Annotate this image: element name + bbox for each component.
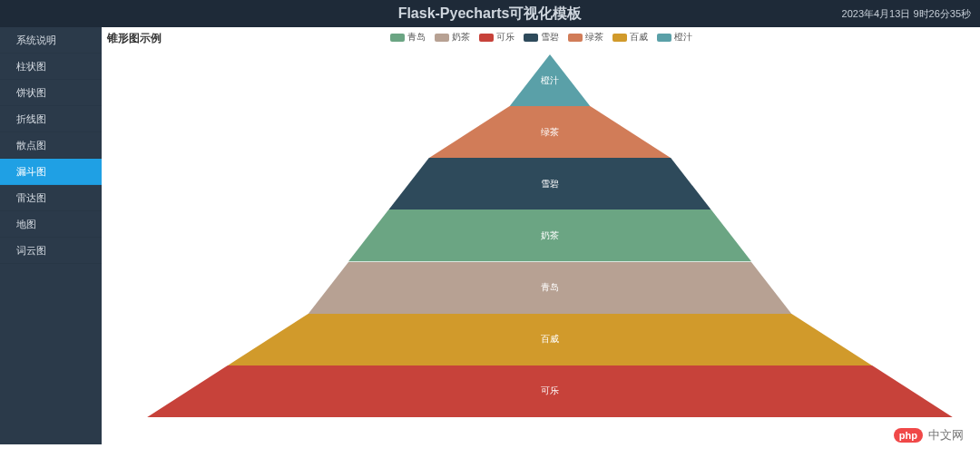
- legend-label: 绿茶: [585, 31, 603, 44]
- svg-marker-2: [388, 158, 710, 210]
- chart-legend: 青岛奶茶可乐雪碧绿茶百威橙汁: [102, 31, 980, 44]
- watermark: php 中文网: [888, 425, 969, 445]
- chart-area: 锥形图示例 青岛奶茶可乐雪碧绿茶百威橙汁 橙汁绿茶雪碧奶茶青岛百威可乐: [102, 27, 980, 444]
- legend-item-2[interactable]: 可乐: [479, 31, 514, 44]
- legend-swatch-icon: [390, 34, 405, 42]
- watermark-badge: php: [894, 428, 923, 443]
- header-timestamp: 2023年4月13日 9时26分35秒: [842, 7, 971, 21]
- sidebar-item-1[interactable]: 柱状图: [0, 54, 102, 80]
- pyramid-layer-4[interactable]: 青岛: [147, 262, 953, 314]
- legend-label: 百威: [630, 31, 648, 44]
- pyramid-chart: 橙汁绿茶雪碧奶茶青岛百威可乐: [147, 54, 953, 417]
- legend-item-5[interactable]: 百威: [612, 31, 648, 44]
- pyramid-layer-6[interactable]: 可乐: [147, 365, 953, 417]
- legend-swatch-icon: [524, 34, 538, 42]
- legend-item-6[interactable]: 橙汁: [657, 31, 692, 44]
- pyramid-layer-2[interactable]: 雪碧: [147, 158, 953, 210]
- sidebar-item-6[interactable]: 雷达图: [0, 185, 102, 211]
- legend-item-0[interactable]: 青岛: [390, 31, 426, 44]
- legend-item-4[interactable]: 绿茶: [568, 31, 603, 44]
- sidebar-item-0[interactable]: 系统说明: [0, 27, 102, 54]
- legend-label: 橙汁: [674, 31, 692, 44]
- legend-label: 奶茶: [452, 31, 470, 44]
- pyramid-layer-1[interactable]: 绿茶: [147, 106, 953, 158]
- pyramid-layer-0[interactable]: 橙汁: [147, 54, 953, 106]
- svg-marker-1: [429, 106, 671, 158]
- sidebar-item-7[interactable]: 地图: [0, 211, 102, 238]
- svg-marker-0: [510, 54, 591, 106]
- legend-swatch-icon: [479, 34, 494, 42]
- sidebar-item-5[interactable]: 漏斗图: [0, 159, 102, 185]
- legend-swatch-icon: [568, 34, 583, 42]
- app-header: Flask-Pyecharts可视化模板 2023年4月13日 9时26分35秒: [0, 0, 980, 27]
- svg-marker-6: [147, 365, 953, 417]
- legend-item-1[interactable]: 奶茶: [435, 31, 470, 44]
- sidebar: 系统说明柱状图饼状图折线图散点图漏斗图雷达图地图词云图: [0, 27, 102, 444]
- main-layout: 系统说明柱状图饼状图折线图散点图漏斗图雷达图地图词云图 锥形图示例 青岛奶茶可乐…: [0, 27, 980, 444]
- svg-marker-5: [228, 314, 872, 365]
- watermark-text: 中文网: [928, 427, 964, 443]
- sidebar-item-2[interactable]: 饼状图: [0, 80, 102, 106]
- legend-label: 青岛: [407, 31, 426, 44]
- page-title: Flask-Pyecharts可视化模板: [398, 5, 583, 24]
- pyramid-layer-3[interactable]: 奶茶: [147, 210, 953, 261]
- pyramid-layer-5[interactable]: 百威: [147, 314, 953, 365]
- legend-swatch-icon: [657, 34, 671, 42]
- sidebar-item-3[interactable]: 折线图: [0, 106, 102, 132]
- legend-item-3[interactable]: 雪碧: [524, 31, 559, 44]
- svg-marker-3: [348, 210, 751, 261]
- legend-label: 雪碧: [541, 31, 559, 44]
- svg-marker-4: [309, 262, 792, 314]
- legend-swatch-icon: [612, 34, 627, 42]
- sidebar-item-8[interactable]: 词云图: [0, 238, 102, 264]
- legend-swatch-icon: [435, 34, 449, 42]
- sidebar-item-4[interactable]: 散点图: [0, 132, 102, 159]
- legend-label: 可乐: [496, 31, 514, 44]
